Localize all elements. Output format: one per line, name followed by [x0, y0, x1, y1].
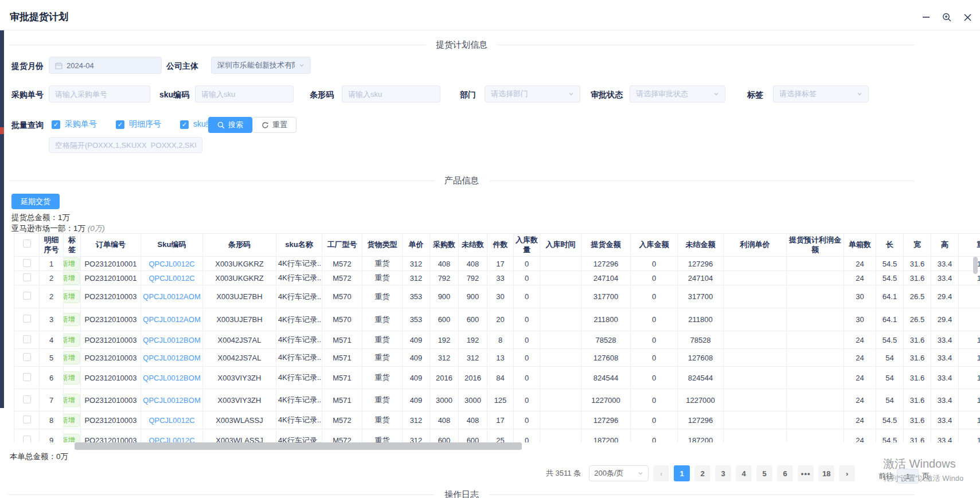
company-select[interactable]: 深圳市乐能创新技术有限公司: [211, 57, 311, 74]
horizontal-scrollbar-thumb[interactable]: [75, 442, 522, 450]
sku-code-link[interactable]: QPCJL0012C: [149, 416, 194, 425]
page-number-button[interactable]: 1: [674, 465, 690, 481]
column-header: 采购数: [430, 234, 459, 257]
pagination-more-button[interactable]: •••: [798, 465, 814, 481]
table-cell: 9: [40, 429, 64, 443]
table-cell: [787, 389, 844, 411]
page-number-button[interactable]: 5: [756, 465, 772, 481]
table-cell: 54.5: [876, 257, 904, 271]
table-cell: X003UKGKRZ: [203, 271, 276, 285]
table-cell: 15: [959, 308, 980, 331]
table-cell: [540, 429, 581, 443]
table-cell: X0042JS7AL: [203, 331, 276, 349]
chevron-down-icon: [568, 91, 574, 97]
reset-button[interactable]: 重置: [252, 117, 296, 133]
sku-code-link[interactable]: QPCJL0012C: [149, 436, 194, 442]
table-cell: 2: [40, 271, 64, 285]
table-cell: 0: [631, 349, 678, 367]
column-header: 利润单价: [724, 234, 787, 257]
sku-code-link[interactable]: QPCJL0012C: [149, 260, 194, 268]
sku-code-input[interactable]: [201, 90, 287, 99]
barcode-input[interactable]: [348, 90, 434, 99]
sku-code-link[interactable]: QPCJL0012BOM: [143, 396, 200, 405]
table-cell: 0: [514, 389, 540, 411]
table-cell: [724, 411, 787, 429]
row-checkbox[interactable]: [23, 273, 31, 281]
search-button[interactable]: 搜索: [208, 117, 252, 133]
table-cell: 409: [403, 349, 430, 367]
table-cell: [540, 308, 581, 331]
table-cell: 31.6: [904, 429, 931, 443]
row-checkbox[interactable]: [23, 415, 31, 424]
row-checkbox[interactable]: [23, 395, 31, 403]
table-cell: 24: [844, 411, 876, 429]
table-cell: 0: [514, 367, 540, 389]
new-tag-badge: 新增: [64, 272, 80, 285]
minimize-button[interactable]: [920, 11, 932, 23]
jump-page-input[interactable]: [897, 469, 919, 484]
table-cell: 409: [403, 331, 430, 349]
table-cell: 24: [844, 257, 876, 271]
row-checkbox[interactable]: [23, 335, 31, 343]
pagination: 共 3511 条 200条/页 ‹ 123456•••18 ›: [546, 465, 855, 481]
sku-code-link[interactable]: QPCJL0012C: [149, 274, 194, 283]
batch-paste-input[interactable]: [55, 141, 196, 150]
batch-option-checkbox[interactable]: ✓采购单号: [52, 119, 97, 130]
po-no-input[interactable]: [55, 90, 144, 99]
prev-page-button[interactable]: ‹: [653, 465, 669, 481]
row-checkbox[interactable]: [23, 259, 31, 267]
sku-code-link[interactable]: QPCJL0012BOM: [143, 336, 200, 344]
table-cell: 0: [514, 429, 540, 443]
table-cell: 15: [959, 285, 980, 308]
table-cell: 78528: [581, 331, 631, 349]
chevron-down-icon: [299, 62, 304, 68]
page-size-select[interactable]: 200条/页: [589, 465, 649, 481]
tag-select[interactable]: 请选择标签: [773, 85, 869, 103]
sku-code-link[interactable]: QPCJL0012AOM: [143, 315, 200, 324]
row-checkbox[interactable]: [23, 292, 31, 300]
table-cell: 0: [631, 389, 678, 411]
table-cell: 24: [844, 271, 876, 285]
page-number-button[interactable]: 4: [736, 465, 752, 481]
table-cell: 0: [631, 331, 678, 349]
page-jumper: 前往 页: [879, 469, 930, 484]
row-checkbox[interactable]: [23, 353, 31, 361]
sku-code-link[interactable]: QPCJL0012BOM: [143, 374, 200, 382]
batch-option-checkbox[interactable]: ✓明细序号: [116, 119, 161, 130]
delay-delivery-button[interactable]: 延期交货: [11, 194, 60, 209]
table-cell: M571: [322, 389, 362, 411]
page-number-button[interactable]: 18: [818, 465, 834, 481]
table-cell: 0: [514, 349, 540, 367]
row-checkbox[interactable]: [23, 315, 31, 323]
row-checkbox[interactable]: [23, 436, 31, 442]
page-number-button[interactable]: 3: [715, 465, 731, 481]
sku-code-link[interactable]: QPCJL0012AOM: [143, 292, 200, 301]
table-cell: 20: [487, 308, 514, 331]
vertical-scrollbar-thumb[interactable]: [973, 257, 978, 274]
zoom-in-button[interactable]: [941, 11, 952, 23]
table-cell: [540, 331, 581, 349]
table-cell: M572: [322, 429, 362, 443]
page-number-button[interactable]: 6: [777, 465, 793, 481]
table-cell: M572: [322, 257, 362, 271]
sku-code-link[interactable]: QPCJL0012BOM: [143, 354, 200, 362]
table-cell: 84: [487, 367, 514, 389]
pickup-month-input[interactable]: 2024-04: [49, 57, 162, 74]
table-cell: 4K行车记录...: [276, 411, 322, 429]
tag-label: 标签: [747, 90, 763, 100]
table-cell: 54: [876, 367, 904, 389]
select-all-checkbox[interactable]: [23, 240, 31, 248]
row-checkbox[interactable]: [23, 373, 31, 381]
close-button[interactable]: [962, 11, 973, 23]
next-page-button[interactable]: ›: [839, 465, 855, 481]
table-cell: 0: [514, 257, 540, 271]
table-cell: 33.4: [931, 349, 959, 367]
table-cell: 0: [514, 331, 540, 349]
approval-status-select[interactable]: 请选择审批状态: [630, 85, 725, 103]
column-header: 明细序号: [40, 234, 64, 257]
table-cell: 312: [430, 349, 459, 367]
department-select[interactable]: 请选择部门: [485, 85, 580, 103]
table-cell: [787, 349, 844, 367]
table-cell: M570: [322, 285, 362, 308]
page-number-button[interactable]: 2: [694, 465, 710, 481]
